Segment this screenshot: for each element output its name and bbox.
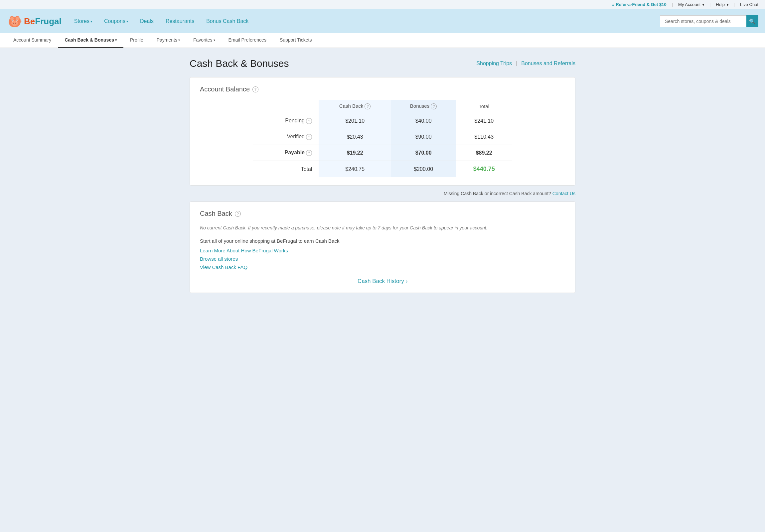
table-row: Payable ? $19.22 $70.00 $89.22 bbox=[253, 145, 512, 161]
total-cashback: $240.75 bbox=[319, 161, 391, 178]
browse-stores-link[interactable]: Browse all stores bbox=[200, 256, 565, 262]
bonuses-referrals-link[interactable]: Bonuses and Referrals bbox=[521, 61, 575, 67]
verified-cashback: $20.43 bbox=[319, 129, 391, 145]
help-link[interactable]: Help ▾ bbox=[716, 2, 728, 7]
cashback-cta-text: Start all of your online shopping at BeF… bbox=[200, 238, 565, 244]
verified-help-icon[interactable]: ? bbox=[306, 134, 312, 140]
account-balance-card: Account Balance ? Cash Back ? Bonuses ? … bbox=[190, 77, 575, 186]
live-chat-link[interactable]: Live Chat bbox=[740, 2, 758, 7]
cashback-header-help-icon[interactable]: ? bbox=[365, 103, 371, 109]
svg-point-11 bbox=[16, 20, 17, 21]
top-bar: » Refer-a-Friend & Get $10 | My Account … bbox=[0, 0, 765, 9]
total-label: Total bbox=[253, 161, 319, 178]
account-balance-help-icon[interactable]: ? bbox=[253, 87, 259, 92]
logo-text: BeFrugal bbox=[24, 16, 62, 27]
sec-nav-favorites[interactable]: Favorites ▾ bbox=[187, 33, 222, 48]
payable-help-icon[interactable]: ? bbox=[306, 150, 312, 156]
nav-deals[interactable]: Deals bbox=[134, 9, 160, 33]
view-faq-link[interactable]: View Cash Back FAQ bbox=[200, 265, 565, 270]
my-account-arrow: ▾ bbox=[702, 3, 704, 7]
table-row: Verified ? $20.43 $90.00 $110.43 bbox=[253, 129, 512, 145]
help-arrow: ▾ bbox=[727, 3, 728, 7]
logo-pig-icon bbox=[7, 13, 23, 29]
search-container: 🔍 bbox=[660, 15, 758, 27]
learn-more-link[interactable]: Learn More About How BeFrugal Works bbox=[200, 248, 565, 254]
page-link-sep: | bbox=[516, 61, 517, 67]
search-input[interactable] bbox=[660, 15, 746, 27]
payable-bonuses: $70.00 bbox=[391, 145, 456, 161]
payable-total: $89.22 bbox=[456, 145, 512, 161]
refer-text: Refer-a-Friend & Get $10 bbox=[616, 2, 666, 7]
account-balance-title: Account Balance ? bbox=[200, 86, 565, 93]
pending-label: Pending ? bbox=[253, 113, 319, 129]
page-header: Cash Back & Bonuses Shopping Trips | Bon… bbox=[190, 58, 575, 69]
sec-nav-payments[interactable]: Payments ▾ bbox=[150, 33, 187, 48]
refer-friend-link[interactable]: » Refer-a-Friend & Get $10 bbox=[612, 2, 666, 7]
svg-point-6 bbox=[13, 23, 14, 24]
balance-table: Cash Back ? Bonuses ? Total Pending ? bbox=[253, 100, 512, 177]
cashback-section-title: Cash Back ? bbox=[200, 210, 565, 218]
search-icon: 🔍 bbox=[749, 18, 756, 25]
sec-nav-profile[interactable]: Profile bbox=[123, 33, 150, 48]
svg-point-7 bbox=[15, 23, 16, 24]
separator-3: | bbox=[734, 2, 735, 7]
cashback-note: No current Cash Back. If you recently ma… bbox=[200, 224, 565, 232]
total-bonuses: $200.00 bbox=[391, 161, 456, 178]
my-account-link[interactable]: My Account ▾ bbox=[678, 2, 704, 7]
col-total-header: Total bbox=[456, 100, 512, 113]
cashback-card: Cash Back ? No current Cash Back. If you… bbox=[190, 202, 575, 293]
verified-total: $110.43 bbox=[456, 129, 512, 145]
history-link-container: Cash Back History › bbox=[200, 278, 565, 284]
nav-stores[interactable]: Stores ▾ bbox=[68, 9, 98, 33]
col-bonuses-header: Bonuses ? bbox=[391, 100, 456, 113]
cash-back-history-link[interactable]: Cash Back History › bbox=[358, 278, 407, 284]
page-title: Cash Back & Bonuses bbox=[190, 58, 289, 69]
payable-cashback: $19.22 bbox=[319, 145, 391, 161]
separator-1: | bbox=[672, 2, 673, 7]
logo[interactable]: BeFrugal bbox=[7, 13, 62, 29]
svg-point-5 bbox=[11, 21, 18, 26]
contact-us-link[interactable]: Contact Us bbox=[552, 191, 575, 196]
nav-restaurants[interactable]: Restaurants bbox=[160, 9, 200, 33]
sec-nav-account-summary[interactable]: Account Summary bbox=[7, 33, 58, 48]
pending-help-icon[interactable]: ? bbox=[306, 118, 312, 124]
missing-cashback: Missing Cash Back or incorrect Cash Back… bbox=[190, 191, 575, 196]
stores-arrow: ▾ bbox=[91, 20, 92, 23]
col-cashback-header: Cash Back ? bbox=[319, 100, 391, 113]
sec-nav-support-tickets[interactable]: Support Tickets bbox=[273, 33, 319, 48]
favorites-arrow: ▾ bbox=[214, 38, 215, 42]
bonuses-header-help-icon[interactable]: ? bbox=[431, 103, 437, 109]
col-label-header bbox=[253, 100, 319, 113]
search-button[interactable]: 🔍 bbox=[746, 15, 758, 27]
main-content: Cash Back & Bonuses Shopping Trips | Bon… bbox=[183, 48, 582, 311]
header: BeFrugal Stores ▾ Coupons ▾ Deals Restau… bbox=[0, 9, 765, 33]
svg-point-10 bbox=[12, 20, 13, 21]
table-row: Total $240.75 $200.00 $440.75 bbox=[253, 161, 512, 178]
cash-back-arrow: ▾ bbox=[115, 38, 117, 42]
payments-arrow: ▾ bbox=[178, 38, 180, 42]
cashback-links: Learn More About How BeFrugal Works Brow… bbox=[200, 248, 565, 270]
pending-total: $241.10 bbox=[456, 113, 512, 129]
verified-label: Verified ? bbox=[253, 129, 319, 145]
page-links: Shopping Trips | Bonuses and Referrals bbox=[476, 61, 575, 67]
sec-nav-cash-back-bonuses[interactable]: Cash Back & Bonuses ▾ bbox=[58, 33, 123, 48]
payable-label: Payable ? bbox=[253, 145, 319, 161]
pending-bonuses: $40.00 bbox=[391, 113, 456, 129]
coupons-arrow: ▾ bbox=[126, 20, 128, 23]
shopping-trips-link[interactable]: Shopping Trips bbox=[476, 61, 512, 67]
main-nav: Stores ▾ Coupons ▾ Deals Restaurants Bon… bbox=[68, 9, 660, 33]
table-row: Pending ? $201.10 $40.00 $241.10 bbox=[253, 113, 512, 129]
secondary-nav: Account Summary Cash Back & Bonuses ▾ Pr… bbox=[0, 33, 765, 48]
total-grand: $440.75 bbox=[456, 161, 512, 178]
verified-bonuses: $90.00 bbox=[391, 129, 456, 145]
pending-cashback: $201.10 bbox=[319, 113, 391, 129]
sec-nav-email-preferences[interactable]: Email Preferences bbox=[222, 33, 273, 48]
cashback-section-help-icon[interactable]: ? bbox=[235, 211, 241, 217]
separator-2: | bbox=[709, 2, 710, 7]
nav-bonus-cash-back[interactable]: Bonus Cash Back bbox=[200, 9, 255, 33]
nav-coupons[interactable]: Coupons ▾ bbox=[98, 9, 134, 33]
